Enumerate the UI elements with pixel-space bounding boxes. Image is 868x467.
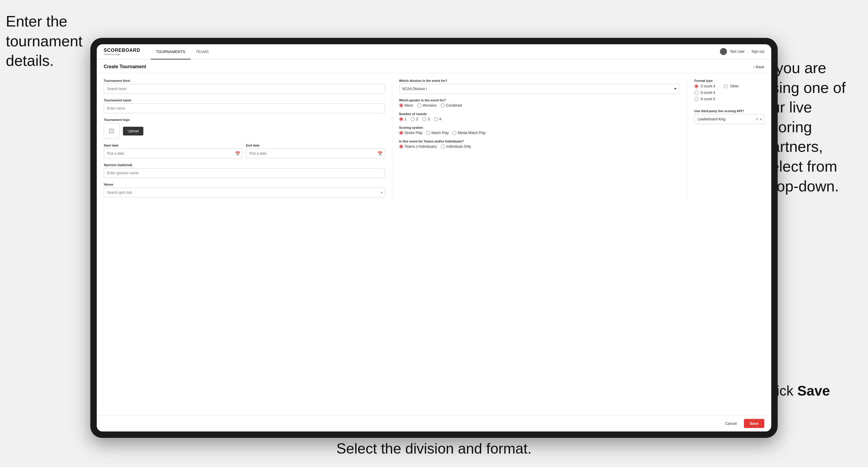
annotation-bottomcenter: Select the division and format.: [337, 439, 532, 458]
live-scoring-label: Use third-party live scoring API?: [694, 109, 764, 113]
annotation-topleft: Enter the tournament details.: [6, 12, 93, 71]
back-link-text[interactable]: Back: [756, 65, 764, 69]
scoring-match-radio[interactable]: [426, 131, 430, 135]
nav-tabs: TOURNAMENTS TEAMS: [151, 44, 720, 59]
format-other-option[interactable]: Other: [724, 84, 739, 88]
venue-input[interactable]: [104, 188, 385, 197]
nav-signout[interactable]: Sign out: [751, 50, 764, 54]
scoring-radio-group: Stroke Play Match Play Medal Match Play: [399, 131, 680, 135]
tournament-name-group: Tournament name: [104, 98, 385, 113]
back-button[interactable]: ‹ Back: [753, 65, 764, 69]
tournament-host-input[interactable]: [104, 84, 385, 94]
tournament-logo-group: Tournament logo 🖼 Upload: [104, 118, 385, 139]
rounds-3-option[interactable]: 3: [422, 117, 430, 121]
division-group: Which division is the event for? NCAA Di…: [399, 79, 680, 94]
event-type-individuals-label: Individuals Only: [446, 145, 471, 149]
scoring-match-label: Match Play: [432, 131, 449, 135]
format-5count4-radio[interactable]: [694, 84, 699, 88]
rounds-label: Number of rounds: [399, 112, 680, 116]
rounds-1-option[interactable]: 1: [399, 117, 407, 121]
page-footer: Cancel Save: [97, 415, 771, 432]
venue-group: Venue ▾: [104, 183, 385, 197]
division-select[interactable]: NCAA Division I: [399, 84, 680, 94]
format-6count4-option[interactable]: 6 count 4: [694, 91, 715, 95]
rounds-radio-group: 1 2 3 4: [399, 117, 680, 121]
rounds-2-label: 2: [416, 117, 418, 121]
gender-combined-option[interactable]: Combined: [440, 103, 462, 107]
scoring-stroke-option[interactable]: Stroke Play: [399, 131, 423, 135]
logo-upload-area: 🖼 Upload: [104, 123, 385, 139]
scoring-stroke-label: Stroke Play: [405, 131, 423, 135]
nav-user-text: Test User: [730, 50, 745, 54]
scoring-match-option[interactable]: Match Play: [426, 131, 449, 135]
format-6count5-label: 6 count 5: [701, 97, 715, 101]
rounds-2-option[interactable]: 2: [410, 117, 418, 121]
gender-mens-option[interactable]: Mens: [399, 103, 413, 107]
sponsor-group: Sponsor (optional): [104, 163, 385, 178]
start-date-wrapper: 📅: [104, 149, 242, 158]
venue-label: Venue: [104, 183, 385, 186]
logo-placeholder: 🖼: [104, 123, 120, 139]
format-options-col: 5 count 4 6 count 4 6 count 5: [694, 84, 715, 103]
tablet-screen: SCOREBOARD Powered by clippit TOURNAMENT…: [97, 44, 771, 432]
rounds-1-radio[interactable]: [399, 117, 403, 121]
format-6count5-radio[interactable]: [694, 97, 699, 101]
tournament-logo-label: Tournament logo: [104, 118, 385, 122]
scoring-label: Scoring system: [399, 126, 680, 129]
event-type-teams-radio[interactable]: [399, 145, 403, 149]
calendar-icon-start: 📅: [235, 151, 240, 156]
scoring-medal-option[interactable]: Medal Match Play: [452, 131, 486, 135]
event-type-individuals-radio[interactable]: [441, 145, 445, 149]
live-scoring-field[interactable]: [694, 114, 764, 124]
nav-tab-tournaments[interactable]: TOURNAMENTS: [151, 44, 191, 59]
tournament-name-input[interactable]: [104, 103, 385, 113]
save-button[interactable]: Save: [744, 419, 764, 428]
page-content: Create Tournament ‹ Back Tournament Host…: [97, 59, 771, 415]
gender-mens-radio[interactable]: [399, 103, 403, 107]
rounds-3-label: 3: [428, 117, 430, 121]
format-6count5-option[interactable]: 6 count 5: [694, 97, 715, 101]
cancel-button[interactable]: Cancel: [721, 419, 740, 427]
sponsor-input[interactable]: [104, 168, 385, 178]
gender-combined-radio[interactable]: [440, 103, 445, 107]
sponsor-label: Sponsor (optional): [104, 163, 385, 167]
clear-live-scoring-icon[interactable]: ✕ ▾: [755, 117, 762, 122]
nav-separator: |: [748, 50, 748, 54]
form-col-middle: Which division is the event for? NCAA Di…: [399, 79, 680, 202]
tournament-host-group: Tournament Host: [104, 79, 385, 94]
rounds-2-radio[interactable]: [410, 117, 414, 121]
format-6count4-radio[interactable]: [694, 91, 699, 95]
rounds-group: Number of rounds 1 2: [399, 112, 680, 121]
annotation-bottomright: Click Save: [763, 382, 862, 400]
rounds-3-radio[interactable]: [422, 117, 426, 121]
venue-dropdown-icon: ▾: [381, 190, 382, 195]
scoring-stroke-radio[interactable]: [399, 131, 403, 135]
page-title: Create Tournament: [104, 64, 146, 69]
start-date-label: Start date: [104, 144, 242, 147]
end-date-label: End date: [246, 144, 384, 147]
navbar: SCOREBOARD Powered by clippit TOURNAMENT…: [97, 44, 771, 59]
rounds-4-option[interactable]: 4: [434, 117, 441, 121]
gender-group: Which gender is the event for? Mens Wome…: [399, 98, 680, 107]
gender-womens-label: Womens: [423, 103, 436, 107]
gender-womens-radio[interactable]: [417, 103, 421, 107]
tournament-name-label: Tournament name: [104, 98, 385, 102]
nav-tab-teams[interactable]: TEAMS: [191, 44, 214, 59]
scoring-medal-radio[interactable]: [452, 131, 456, 135]
format-other-radio[interactable]: [724, 85, 727, 88]
upload-button[interactable]: Upload: [123, 127, 143, 135]
user-avatar: [720, 48, 727, 55]
start-date-input[interactable]: [104, 149, 242, 158]
rounds-4-radio[interactable]: [434, 117, 438, 121]
gender-womens-option[interactable]: Womens: [417, 103, 436, 107]
format-5count4-option[interactable]: 5 count 4: [694, 84, 715, 88]
event-type-teams-option[interactable]: Teams (+Individuals): [399, 145, 437, 149]
event-type-individuals-option[interactable]: Individuals Only: [441, 145, 471, 149]
tournament-host-label: Tournament Host: [104, 79, 385, 83]
format-type-label: Format type: [694, 79, 764, 83]
end-date-input[interactable]: [246, 149, 384, 158]
form-col-right: Format type 5 count 4 6 count 4: [694, 79, 764, 202]
nav-right: Test User | Sign out: [720, 48, 764, 55]
scoring-group: Scoring system Stroke Play Match Play: [399, 126, 680, 135]
gender-mens-label: Mens: [405, 103, 413, 107]
